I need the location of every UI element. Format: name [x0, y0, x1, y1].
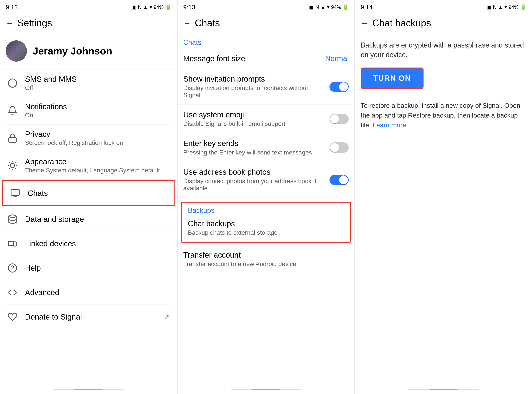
chats-top-bar: ← Chats — [177, 13, 355, 33]
settings-item-data-storage[interactable]: Data and storage — [0, 207, 177, 231]
chat-backups-item[interactable]: Chat backups Backup chats to external st… — [182, 215, 350, 242]
sim-icon-2: ▣ — [309, 4, 314, 10]
chat-setting-font-size[interactable]: Message font size Normal — [177, 48, 355, 69]
settings-text-data-storage: Data and storage — [25, 215, 171, 223]
chat-setting-enter-key[interactable]: Enter key sends Pressing the Enter key w… — [177, 133, 355, 162]
font-size-value: Normal — [325, 54, 349, 63]
enter-key-sublabel: Pressing the Enter key will send text me… — [183, 149, 326, 156]
settings-top-bar: ← Settings — [0, 13, 177, 33]
toggle-thumb-emoji — [330, 114, 339, 123]
sms-label: SMS and MMS — [25, 75, 171, 83]
status-icons-1: ▣ N ▲ ▾ 94% 🔋 — [132, 4, 171, 10]
enter-key-label: Enter key sends — [183, 139, 326, 148]
settings-item-privacy[interactable]: Privacy Screen lock off, Registration lo… — [0, 124, 177, 152]
back-arrow-settings[interactable]: ← — [6, 19, 13, 27]
enter-key-text: Enter key sends Pressing the Enter key w… — [183, 139, 326, 156]
settings-item-linked-devices[interactable]: Linked devices — [0, 231, 177, 256]
turn-on-button[interactable]: TURN ON — [362, 68, 422, 88]
chat-setting-system-emoji[interactable]: Use system emoji Disable Signal's built-… — [177, 105, 355, 133]
chats-screen: 9:13 ▣ N ▲ ▾ 94% 🔋 ← Chats Chats Message… — [177, 0, 355, 394]
toggle-thumb-invitation — [339, 82, 348, 91]
settings-text-advanced: Advanced — [25, 288, 171, 297]
settings-text-privacy: Privacy Screen lock off, Registration lo… — [25, 130, 171, 146]
settings-item-advanced[interactable]: Advanced — [0, 280, 177, 305]
settings-text-help: Help — [25, 264, 171, 272]
avatar-image — [6, 40, 27, 62]
settings-text-chats: Chats — [28, 189, 169, 197]
address-book-photos-toggle[interactable] — [330, 175, 349, 185]
svg-rect-1 — [9, 138, 16, 142]
battery-icon-3: 🔋 — [520, 4, 526, 10]
signal-icon-2: ▲ — [321, 4, 326, 10]
appearance-icon — [6, 159, 19, 172]
chats-label: Chats — [28, 189, 169, 197]
wifi-icon-3: ▾ — [505, 4, 507, 10]
back-arrow-chats[interactable]: ← — [183, 19, 191, 27]
system-emoji-toggle[interactable] — [330, 114, 349, 124]
enter-key-toggle[interactable] — [330, 142, 349, 153]
settings-item-chats[interactable]: Chats — [2, 180, 175, 206]
toggle-thumb-enter — [330, 143, 339, 152]
scroll-indicator-2 — [231, 389, 301, 390]
wifi-icon-1: ▾ — [150, 4, 152, 10]
scroll-indicator-3 — [408, 389, 479, 390]
advanced-icon — [6, 286, 19, 299]
learn-more-link[interactable]: Learn more — [373, 121, 406, 129]
nfc-icon-1: N — [138, 4, 142, 10]
svg-rect-5 — [8, 241, 13, 246]
settings-text-donate: Donate to Signal — [25, 313, 164, 321]
user-name: Jeramy Johnson — [33, 45, 112, 57]
backup-content: Backups are encrypted with a passphrase … — [355, 33, 532, 387]
settings-item-notifications[interactable]: Notifications On — [0, 97, 177, 124]
signal-icon-3: ▲ — [498, 4, 503, 10]
help-label: Help — [25, 264, 171, 272]
backups-section: Backups Chat backups Backup chats to ext… — [181, 202, 351, 243]
settings-item-sms[interactable]: SMS and MMS Off — [0, 69, 177, 97]
status-time-2: 9:13 — [183, 4, 195, 11]
status-time-3: 9:14 — [361, 4, 372, 11]
donate-label: Donate to Signal — [25, 313, 164, 321]
wifi-icon-2: ▾ — [327, 4, 330, 10]
battery-text-3: 94% — [509, 4, 519, 10]
font-size-label: Message font size — [183, 54, 321, 63]
profile-section[interactable]: Jeramy Johnson — [0, 33, 177, 69]
system-emoji-text: Use system emoji Disable Signal's built-… — [183, 110, 326, 127]
battery-text-1: 94% — [154, 4, 164, 10]
transfer-account-item[interactable]: Transfer account Transfer account to a n… — [177, 245, 355, 273]
toggle-thumb-address — [339, 176, 348, 184]
sms-sublabel: Off — [25, 84, 171, 91]
chat-backups-top-bar: ← Chat backups — [355, 13, 532, 33]
chat-setting-address-book-photos[interactable]: Use address book photos Display contact … — [177, 162, 355, 198]
settings-item-appearance[interactable]: Appearance Theme System default, Languag… — [0, 152, 177, 179]
status-time-1: 9:13 — [6, 4, 18, 11]
privacy-sublabel: Screen lock off, Registration lock on — [25, 139, 171, 146]
chat-backups-title: Chat backups — [372, 17, 431, 29]
invitation-prompts-toggle[interactable] — [330, 82, 349, 92]
external-link-icon: ↗ — [164, 313, 171, 321]
linked-devices-icon — [6, 237, 19, 250]
status-icons-3: ▣ N ▲ ▾ 94% 🔋 — [486, 4, 526, 10]
settings-item-help[interactable]: Help — [0, 256, 177, 280]
help-icon — [6, 261, 19, 275]
status-bar-2: 9:13 ▣ N ▲ ▾ 94% 🔋 — [177, 0, 355, 13]
address-book-photos-text: Use address book photos Display contact … — [183, 168, 326, 192]
chat-setting-invitation-prompts[interactable]: Show invitation prompts Display invitati… — [177, 69, 355, 105]
font-size-text: Message font size — [183, 54, 321, 63]
chat-backups-screen: 9:14 ▣ N ▲ ▾ 94% 🔋 ← Chat backups Backup… — [355, 0, 532, 394]
back-arrow-chat-backups[interactable]: ← — [361, 19, 368, 27]
sms-icon — [6, 76, 19, 90]
notifications-sublabel: On — [25, 112, 171, 119]
settings-item-donate[interactable]: Donate to Signal ↗ — [0, 305, 177, 329]
backups-section-header: Backups — [182, 202, 350, 215]
settings-text-notifications: Notifications On — [25, 102, 171, 119]
svg-rect-3 — [11, 190, 19, 195]
donate-icon — [6, 310, 19, 324]
battery-icon-2: 🔋 — [343, 4, 349, 10]
advanced-label: Advanced — [25, 288, 171, 297]
scroll-indicator-1 — [53, 389, 124, 390]
svg-point-2 — [10, 164, 15, 168]
linked-devices-label: Linked devices — [25, 239, 171, 248]
system-emoji-label: Use system emoji — [183, 110, 326, 119]
settings-title: Settings — [17, 17, 52, 29]
privacy-label: Privacy — [25, 130, 171, 139]
